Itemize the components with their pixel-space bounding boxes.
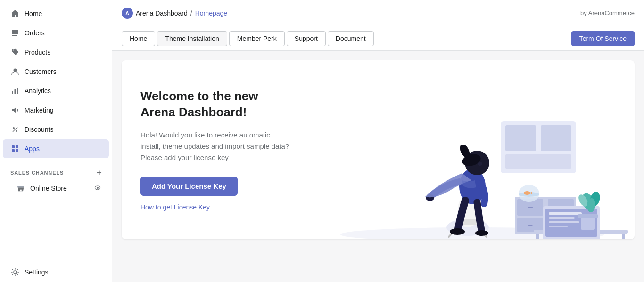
svg-point-59: [478, 162, 482, 166]
illustration: [310, 60, 635, 239]
svg-rect-37: [622, 234, 625, 239]
main-content: A Arena Dashboard / Homepage by ArenaCom…: [112, 0, 644, 282]
sidebar-item-products[interactable]: Products: [3, 43, 109, 62]
welcome-title: Welcome to the new Arena Dashboard!: [140, 89, 291, 121]
top-header: A Arena Dashboard / Homepage by ArenaCom…: [112, 0, 644, 26]
add-sales-channel-button[interactable]: +: [95, 168, 104, 177]
svg-rect-40: [549, 212, 582, 215]
svg-rect-11: [16, 145, 18, 148]
term-of-service-button[interactable]: Term Of Service: [571, 31, 635, 46]
svg-point-17: [14, 271, 17, 274]
nav-tabs-left: Home Theme Installation Member Perk Supp…: [122, 31, 374, 46]
svg-rect-20: [505, 125, 536, 151]
svg-rect-14: [20, 190, 22, 192]
online-store-label: Online Store: [30, 185, 67, 192]
megaphone-icon: [10, 105, 20, 115]
sidebar-apps-label: Apps: [25, 145, 40, 153]
sidebar-customers-label: Customers: [25, 68, 57, 75]
sidebar-analytics-label: Analytics: [25, 87, 51, 95]
sidebar-item-orders[interactable]: Orders: [3, 24, 109, 42]
person-icon: [10, 67, 20, 76]
illustration-svg: [310, 60, 635, 239]
apps-icon: [10, 144, 20, 153]
home-icon: [10, 9, 20, 18]
svg-point-8: [16, 130, 17, 132]
svg-rect-4: [12, 91, 13, 94]
welcome-card: Welcome to the new Arena Dashboard! Hola…: [122, 60, 635, 239]
welcome-description: Hola! Would you like to receive automati…: [140, 129, 291, 163]
discount-icon: [10, 125, 20, 134]
sidebar-item-home[interactable]: Home: [3, 4, 109, 23]
how-to-link[interactable]: How to get License Key: [140, 203, 291, 211]
svg-rect-12: [12, 149, 15, 152]
tab-support[interactable]: Support: [287, 31, 326, 46]
brand-logo: A: [122, 8, 133, 19]
svg-rect-22: [505, 154, 571, 169]
svg-rect-2: [12, 35, 17, 36]
svg-rect-0: [12, 30, 18, 32]
svg-rect-28: [528, 207, 533, 208]
sidebar-item-customers[interactable]: Customers: [3, 62, 109, 81]
sidebar-products-label: Products: [25, 48, 50, 56]
svg-rect-36: [536, 234, 539, 239]
svg-rect-10: [12, 145, 15, 148]
orders-icon: [10, 28, 20, 38]
svg-rect-30: [528, 225, 533, 226]
svg-rect-13: [16, 149, 18, 152]
svg-rect-21: [541, 125, 571, 151]
by-text: by ArenaCommerce: [580, 9, 635, 16]
svg-rect-46: [578, 214, 598, 218]
breadcrumb-page: Homepage: [195, 9, 228, 17]
sidebar: Home Orders Products: [0, 0, 112, 282]
tab-theme-installation[interactable]: Theme Installation: [157, 31, 227, 46]
sidebar-item-marketing[interactable]: Marketing: [3, 101, 109, 120]
sidebar-item-analytics[interactable]: Analytics: [3, 81, 109, 100]
svg-rect-41: [549, 217, 575, 219]
svg-point-7: [13, 127, 15, 129]
breadcrumb: A Arena Dashboard / Homepage: [122, 8, 227, 19]
tab-document[interactable]: Document: [328, 31, 374, 46]
eye-icon[interactable]: [94, 184, 101, 193]
svg-point-16: [97, 187, 99, 189]
sidebar-marketing-label: Marketing: [25, 106, 53, 114]
svg-rect-5: [15, 89, 16, 94]
tab-home[interactable]: Home: [122, 31, 155, 46]
store-icon: [16, 184, 25, 193]
sidebar-bottom: Settings: [0, 262, 112, 282]
brand-name: Arena Dashboard: [136, 9, 188, 17]
sidebar-item-settings[interactable]: Settings: [3, 263, 109, 282]
svg-rect-43: [549, 226, 568, 227]
sidebar-item-online-store[interactable]: Online Store: [3, 180, 109, 197]
gear-icon: [10, 267, 20, 277]
chart-icon: [10, 86, 20, 96]
sales-channels-section: SALES CHANNELS +: [0, 162, 112, 179]
svg-rect-1: [12, 32, 18, 34]
sidebar-item-apps[interactable]: Apps: [3, 139, 109, 158]
tag-icon: [10, 48, 20, 57]
svg-point-61: [450, 228, 465, 235]
welcome-text-section: Welcome to the new Arena Dashboard! Hola…: [122, 70, 310, 230]
sidebar-orders-label: Orders: [25, 29, 45, 37]
breadcrumb-separator: /: [190, 9, 192, 17]
sidebar-settings-label: Settings: [25, 268, 49, 276]
sidebar-item-discounts[interactable]: Discounts: [3, 120, 109, 139]
tab-member-perk[interactable]: Member Perk: [229, 31, 285, 46]
svg-rect-42: [549, 221, 579, 223]
sidebar-home-label: Home: [25, 10, 42, 17]
content-area: Welcome to the new Arena Dashboard! Hola…: [112, 51, 644, 282]
svg-rect-6: [17, 88, 18, 94]
sidebar-discounts-label: Discounts: [25, 126, 53, 133]
nav-tabs: Home Theme Installation Member Perk Supp…: [112, 26, 644, 51]
svg-point-34: [524, 191, 530, 195]
add-license-key-button[interactable]: Add Your License Key: [140, 177, 238, 196]
svg-point-62: [475, 230, 488, 236]
